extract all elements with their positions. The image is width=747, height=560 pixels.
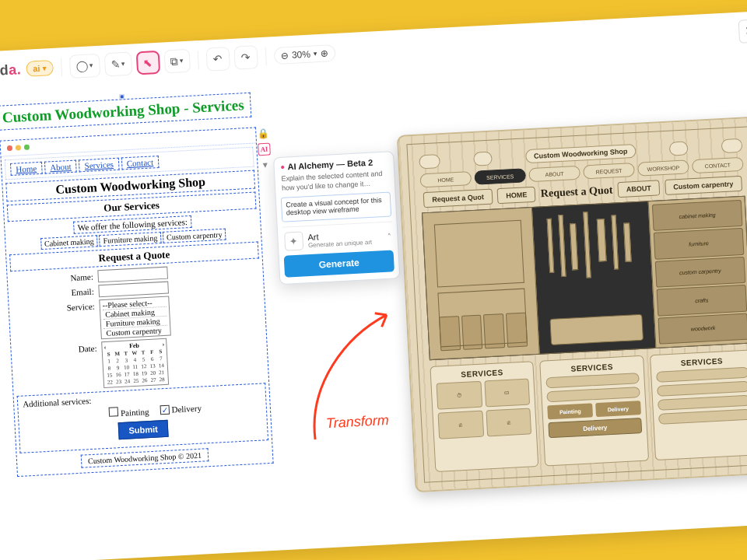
preview-mini-btn: Painting (548, 403, 594, 419)
zoom-in-button[interactable]: ⊕ (321, 47, 329, 59)
preview-icon-box: ▭ (484, 378, 530, 407)
shelf-tag: custom carpentry (654, 257, 745, 288)
preview-tool-wall (532, 201, 656, 354)
name-label: Name: (15, 271, 93, 285)
chevron-down-icon[interactable]: ▾ (314, 50, 318, 58)
nav-link-about[interactable]: About (44, 160, 77, 174)
zoom-out-button[interactable]: ⊖ (281, 50, 289, 61)
nav-link-contact[interactable]: Contact (121, 156, 159, 170)
preview-tab-active: SERVICES (474, 168, 526, 184)
undo-button[interactable]: ↶ (205, 47, 230, 72)
preview-banner-about: ABOUT (617, 180, 660, 198)
toolbar-separator (61, 58, 62, 76)
preview-icon-box: ⎚ (486, 408, 531, 436)
preview-cabinet-illustration (423, 208, 539, 359)
traffic-light-max-icon (24, 145, 30, 150)
wireframe-frame[interactable]: 🔒 AI ▾ Home About Services Contact Custo… (0, 127, 274, 477)
preview-pill-right: Custom carpentry (665, 176, 742, 195)
calendar-widget[interactable]: ‹ Feb › S M T W T F S (101, 338, 169, 388)
service-select[interactable]: --Please select-- Cabinet making Furnitu… (99, 296, 171, 340)
date-label: Date: (19, 342, 97, 357)
preview-card-title: SERVICES (545, 361, 639, 374)
shelf-tag: cabinet making (652, 200, 743, 231)
checkbox-icon: ✓ (160, 405, 170, 415)
preview-card-title: SERVICES (655, 355, 747, 369)
transform-label: Transform (325, 412, 389, 432)
preview-card-title: SERVICES (436, 367, 529, 380)
zoom-value[interactable]: 30% (292, 49, 311, 61)
generate-button[interactable]: Generate (284, 250, 395, 278)
zoom-control: ⊖ 30% ▾ ⊕ (273, 44, 335, 65)
calendar-grid: S M T W T F S 1234567 891011121314 15161… (104, 348, 167, 386)
prompt-input[interactable]: Create a visual concept for this desktop… (281, 192, 391, 222)
delivery-checkbox[interactable]: ✓Delivery (160, 403, 202, 415)
preview-tab: HOME (419, 171, 472, 187)
email-input[interactable] (98, 282, 169, 298)
name-input[interactable] (97, 267, 168, 283)
preview-mini-btn: Delivery (595, 401, 641, 417)
preview-bar (658, 409, 747, 425)
pen-tool-button[interactable]: ✎▾ (103, 52, 132, 77)
preview-pill (419, 154, 440, 169)
wireframe-page-title[interactable]: Custom Woodworking Shop - Services (0, 93, 251, 131)
nav-link-home[interactable]: Home (10, 162, 43, 176)
preview-icon-box: ⎚ (438, 411, 484, 439)
design-preview: Custom Woodworking Shop HOME SERVICES AB… (397, 116, 747, 492)
traffic-light-close-icon (7, 145, 12, 151)
email-label: Email: (16, 285, 94, 300)
delivery-checkbox-label: Delivery (171, 403, 202, 414)
submit-button[interactable]: Submit (118, 420, 168, 439)
canvas[interactable]: Custom Woodworking Shop - Services 🔒 AI … (0, 49, 747, 560)
painting-checkbox-label: Painting (121, 407, 149, 418)
preview-card: SERVICES (650, 349, 747, 460)
service-chip: Custom carpentry (163, 229, 226, 243)
preview-bar (658, 395, 747, 411)
redo-button[interactable]: ↷ (233, 45, 258, 70)
preview-hero-scene: cabinet making furniture custom carpentr… (422, 196, 747, 361)
mode-selector[interactable]: ✦ Art Generate an unique art ˄ (282, 222, 393, 251)
shelf-tag: crafts (656, 285, 747, 316)
preview-card-button: Delivery (549, 418, 642, 438)
shape-tool-button[interactable]: ◯▾ (69, 54, 101, 79)
toolbar-separator (197, 51, 198, 69)
additional-services-group: Additional services: Painting ✓Delivery … (17, 383, 268, 453)
preview-bar (656, 367, 747, 383)
lock-icon[interactable]: 🔒 (257, 128, 270, 141)
service-chip: Cabinet making (40, 235, 98, 250)
select-tool-button[interactable]: ⬉ (135, 51, 160, 75)
traffic-light-min-icon (16, 145, 21, 150)
preview-tab: CONTACT (692, 157, 744, 173)
cal-next-icon[interactable]: › (162, 341, 164, 348)
components-tool-button[interactable]: ⧉▾ (163, 49, 191, 74)
chevron-down-icon: ▾ (42, 64, 47, 72)
preview-banner-home: HOME (497, 187, 536, 205)
ai-alchemy-popup: • AI Alchemy — Beta 2 Explain the select… (273, 151, 400, 285)
preview-mini-buttons: Painting Delivery (548, 401, 641, 419)
chevron-down-icon[interactable]: ▾ (258, 158, 272, 171)
ai-mode-pill[interactable]: ai ▾ (26, 60, 54, 77)
nav-link-services[interactable]: Services (79, 158, 119, 173)
shelf-tag: woodwork (658, 313, 747, 344)
preview-bar (657, 381, 747, 397)
cal-prev-icon[interactable]: ‹ (103, 344, 106, 351)
preview-card: SERVICES Painting Delivery Delivery (540, 355, 649, 467)
expand-icon[interactable]: ⛶ (738, 19, 747, 44)
shelf-tag: furniture (654, 228, 745, 259)
preview-icon-box: ⏱ (437, 381, 482, 410)
preview-frame: Custom Woodworking Shop HOME SERVICES AB… (406, 126, 747, 483)
preview-bar (547, 387, 640, 402)
painting-checkbox[interactable]: Painting (109, 405, 149, 418)
service-chip: Furniture making (99, 232, 161, 247)
ai-badge-icon[interactable]: AI (258, 142, 271, 156)
cal-month: Feb (129, 342, 139, 350)
preview-shelf: cabinet making furniture custom carpentr… (647, 197, 747, 348)
wireframe-footer: Custom Woodworking Shop © 2021 (81, 448, 209, 468)
popup-title: AI Alchemy — Beta 2 (287, 158, 373, 172)
preview-banner-title: Request a Quot (540, 184, 612, 201)
chevron-up-icon: ˄ (387, 232, 391, 240)
preview-tab: REQUEST (583, 163, 635, 179)
frame-side-controls: 🔒 AI ▾ (257, 128, 272, 172)
art-mode-icon: ✦ (284, 232, 303, 251)
selection-handle-icon[interactable] (120, 94, 124, 99)
brand-logo: Jeda. (0, 61, 22, 80)
